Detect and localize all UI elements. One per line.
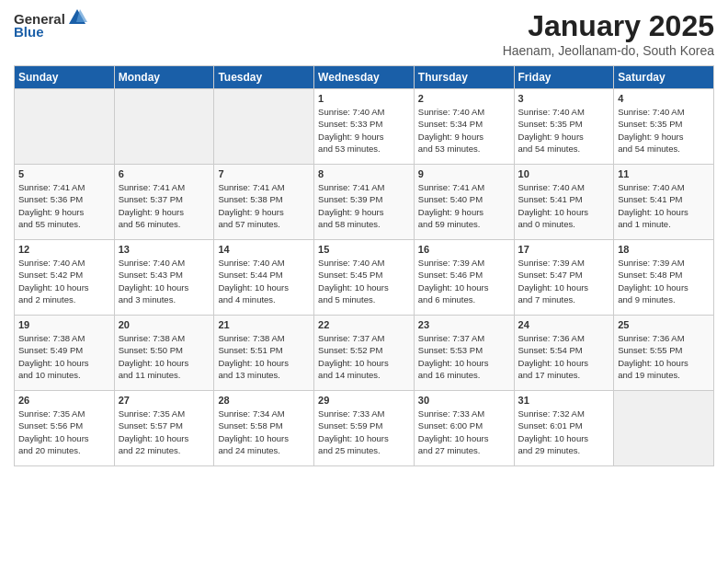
table-row: 19Sunrise: 7:38 AM Sunset: 5:49 PM Dayli… xyxy=(15,316,115,391)
calendar-subtitle: Haenam, Jeollanam-do, South Korea xyxy=(503,43,714,58)
day-info: Sunrise: 7:40 AM Sunset: 5:34 PM Dayligh… xyxy=(418,106,510,155)
day-info: Sunrise: 7:38 AM Sunset: 5:51 PM Dayligh… xyxy=(218,332,310,381)
day-number: 20 xyxy=(119,319,210,330)
table-row: 10Sunrise: 7:40 AM Sunset: 5:41 PM Dayli… xyxy=(514,165,614,240)
day-number: 9 xyxy=(418,168,510,179)
calendar-header-row: Sunday Monday Tuesday Wednesday Thursday… xyxy=(15,66,714,89)
col-thursday: Thursday xyxy=(414,66,514,89)
day-number: 5 xyxy=(18,168,110,179)
table-row: 29Sunrise: 7:33 AM Sunset: 5:59 PM Dayli… xyxy=(314,391,415,466)
day-info: Sunrise: 7:36 AM Sunset: 5:54 PM Dayligh… xyxy=(518,332,610,381)
day-number: 22 xyxy=(318,319,410,330)
col-wednesday: Wednesday xyxy=(314,66,415,89)
day-number: 27 xyxy=(119,395,210,406)
col-saturday: Saturday xyxy=(614,66,714,89)
day-info: Sunrise: 7:41 AM Sunset: 5:36 PM Dayligh… xyxy=(18,181,110,230)
day-number: 23 xyxy=(418,319,510,330)
day-info: Sunrise: 7:40 AM Sunset: 5:43 PM Dayligh… xyxy=(119,257,210,305)
day-number: 28 xyxy=(218,395,310,406)
day-info: Sunrise: 7:40 AM Sunset: 5:33 PM Dayligh… xyxy=(318,106,410,155)
day-info: Sunrise: 7:39 AM Sunset: 5:47 PM Dayligh… xyxy=(518,257,610,305)
table-row: 3Sunrise: 7:40 AM Sunset: 5:35 PM Daylig… xyxy=(514,89,614,165)
table-row: 4Sunrise: 7:40 AM Sunset: 5:35 PM Daylig… xyxy=(614,89,714,165)
table-row: 9Sunrise: 7:41 AM Sunset: 5:40 PM Daylig… xyxy=(414,165,514,240)
table-row: 12Sunrise: 7:40 AM Sunset: 5:42 PM Dayli… xyxy=(15,240,115,316)
day-number: 2 xyxy=(418,93,510,104)
title-section: January 2025 Haenam, Jeollanam-do, South… xyxy=(503,9,714,58)
day-number: 26 xyxy=(18,395,110,406)
day-info: Sunrise: 7:36 AM Sunset: 5:55 PM Dayligh… xyxy=(618,332,710,381)
day-number: 17 xyxy=(518,244,610,255)
table-row: 26Sunrise: 7:35 AM Sunset: 5:56 PM Dayli… xyxy=(15,391,115,466)
calendar-week-row: 12Sunrise: 7:40 AM Sunset: 5:42 PM Dayli… xyxy=(15,240,714,316)
calendar-week-row: 1Sunrise: 7:40 AM Sunset: 5:33 PM Daylig… xyxy=(15,89,714,165)
col-monday: Monday xyxy=(114,66,214,89)
col-sunday: Sunday xyxy=(15,66,115,89)
day-number: 13 xyxy=(119,244,210,255)
day-number: 12 xyxy=(18,244,110,255)
table-row: 27Sunrise: 7:35 AM Sunset: 5:57 PM Dayli… xyxy=(114,391,214,466)
table-row: 7Sunrise: 7:41 AM Sunset: 5:38 PM Daylig… xyxy=(214,165,314,240)
table-row: 1Sunrise: 7:40 AM Sunset: 5:33 PM Daylig… xyxy=(314,89,415,165)
day-info: Sunrise: 7:35 AM Sunset: 5:57 PM Dayligh… xyxy=(119,408,210,456)
day-info: Sunrise: 7:39 AM Sunset: 5:48 PM Dayligh… xyxy=(618,257,710,305)
logo-text-blue: Blue xyxy=(14,24,44,40)
table-row: 21Sunrise: 7:38 AM Sunset: 5:51 PM Dayli… xyxy=(214,316,314,391)
table-row: 30Sunrise: 7:33 AM Sunset: 6:00 PM Dayli… xyxy=(414,391,514,466)
table-row: 5Sunrise: 7:41 AM Sunset: 5:36 PM Daylig… xyxy=(15,165,115,240)
logo-icon xyxy=(67,7,87,28)
calendar-week-row: 5Sunrise: 7:41 AM Sunset: 5:36 PM Daylig… xyxy=(15,165,714,240)
day-info: Sunrise: 7:35 AM Sunset: 5:56 PM Dayligh… xyxy=(18,408,110,456)
table-row: 17Sunrise: 7:39 AM Sunset: 5:47 PM Dayli… xyxy=(514,240,614,316)
day-info: Sunrise: 7:40 AM Sunset: 5:45 PM Dayligh… xyxy=(318,257,410,305)
day-number: 30 xyxy=(418,395,510,406)
day-info: Sunrise: 7:40 AM Sunset: 5:35 PM Dayligh… xyxy=(518,106,610,155)
table-row: 8Sunrise: 7:41 AM Sunset: 5:39 PM Daylig… xyxy=(314,165,415,240)
calendar-table: Sunday Monday Tuesday Wednesday Thursday… xyxy=(14,65,714,466)
header: General Blue January 2025 Haenam, Jeolla… xyxy=(14,9,714,58)
day-number: 19 xyxy=(18,319,110,330)
day-number: 31 xyxy=(518,395,610,406)
table-row: 28Sunrise: 7:34 AM Sunset: 5:58 PM Dayli… xyxy=(214,391,314,466)
day-info: Sunrise: 7:37 AM Sunset: 5:52 PM Dayligh… xyxy=(318,332,410,381)
table-row: 11Sunrise: 7:40 AM Sunset: 5:41 PM Dayli… xyxy=(614,165,714,240)
table-row: 14Sunrise: 7:40 AM Sunset: 5:44 PM Dayli… xyxy=(214,240,314,316)
table-row xyxy=(114,89,214,165)
col-tuesday: Tuesday xyxy=(214,66,314,89)
day-number: 11 xyxy=(618,168,710,179)
day-number: 10 xyxy=(518,168,610,179)
table-row: 22Sunrise: 7:37 AM Sunset: 5:52 PM Dayli… xyxy=(314,316,415,391)
day-number: 16 xyxy=(418,244,510,255)
day-number: 7 xyxy=(218,168,310,179)
day-info: Sunrise: 7:40 AM Sunset: 5:35 PM Dayligh… xyxy=(618,106,710,155)
calendar-week-row: 26Sunrise: 7:35 AM Sunset: 5:56 PM Dayli… xyxy=(15,391,714,466)
col-friday: Friday xyxy=(514,66,614,89)
day-info: Sunrise: 7:33 AM Sunset: 6:00 PM Dayligh… xyxy=(418,408,510,456)
day-info: Sunrise: 7:40 AM Sunset: 5:44 PM Dayligh… xyxy=(218,257,310,305)
table-row: 6Sunrise: 7:41 AM Sunset: 5:37 PM Daylig… xyxy=(114,165,214,240)
day-info: Sunrise: 7:38 AM Sunset: 5:49 PM Dayligh… xyxy=(18,332,110,381)
day-info: Sunrise: 7:39 AM Sunset: 5:46 PM Dayligh… xyxy=(418,257,510,305)
day-info: Sunrise: 7:41 AM Sunset: 5:37 PM Dayligh… xyxy=(119,181,210,230)
calendar-week-row: 19Sunrise: 7:38 AM Sunset: 5:49 PM Dayli… xyxy=(15,316,714,391)
day-info: Sunrise: 7:37 AM Sunset: 5:53 PM Dayligh… xyxy=(418,332,510,381)
day-info: Sunrise: 7:32 AM Sunset: 6:01 PM Dayligh… xyxy=(518,408,610,456)
table-row: 15Sunrise: 7:40 AM Sunset: 5:45 PM Dayli… xyxy=(314,240,415,316)
day-number: 24 xyxy=(518,319,610,330)
day-number: 4 xyxy=(618,93,710,104)
day-info: Sunrise: 7:34 AM Sunset: 5:58 PM Dayligh… xyxy=(218,408,310,456)
table-row: 13Sunrise: 7:40 AM Sunset: 5:43 PM Dayli… xyxy=(114,240,214,316)
day-info: Sunrise: 7:41 AM Sunset: 5:40 PM Dayligh… xyxy=(418,181,510,230)
day-info: Sunrise: 7:40 AM Sunset: 5:41 PM Dayligh… xyxy=(518,181,610,230)
day-number: 29 xyxy=(318,395,410,406)
day-number: 14 xyxy=(218,244,310,255)
day-number: 3 xyxy=(518,93,610,104)
table-row xyxy=(214,89,314,165)
day-info: Sunrise: 7:41 AM Sunset: 5:38 PM Dayligh… xyxy=(218,181,310,230)
day-number: 18 xyxy=(618,244,710,255)
table-row: 24Sunrise: 7:36 AM Sunset: 5:54 PM Dayli… xyxy=(514,316,614,391)
table-row: 18Sunrise: 7:39 AM Sunset: 5:48 PM Dayli… xyxy=(614,240,714,316)
page-container: General Blue January 2025 Haenam, Jeolla… xyxy=(0,0,728,476)
day-info: Sunrise: 7:33 AM Sunset: 5:59 PM Dayligh… xyxy=(318,408,410,456)
day-number: 6 xyxy=(119,168,210,179)
